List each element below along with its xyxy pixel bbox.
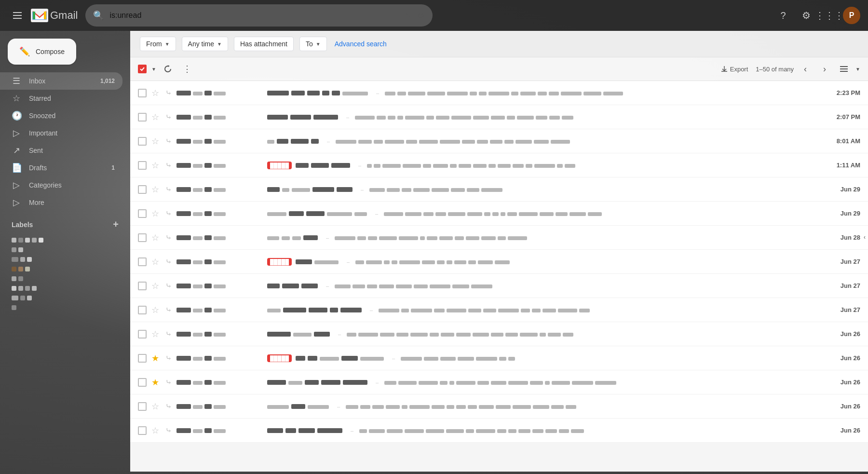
sidebar-item-inbox[interactable]: ☰ Inbox 1,012 xyxy=(0,72,122,90)
email-row[interactable]: ☆ ⤷ – Jun 26 xyxy=(130,419,868,443)
star-icon[interactable]: ☆ xyxy=(150,401,160,412)
email-row[interactable]: ★ ⤷ █████ – Jun 26 xyxy=(130,346,868,370)
star-icon[interactable]: ☆ xyxy=(150,232,160,243)
forward-icon[interactable]: ⤷ xyxy=(164,209,173,218)
email-row[interactable]: ☆ ⤷ – Jun 27 xyxy=(130,298,868,322)
forward-icon[interactable]: ⤷ xyxy=(164,353,173,363)
export-button[interactable]: Export xyxy=(717,63,752,75)
star-icon[interactable]: ☆ xyxy=(150,425,160,436)
email-row[interactable]: ☆ ⤷ – Jun 26 xyxy=(130,322,868,346)
email-checkbox[interactable] xyxy=(138,185,147,194)
email-checkbox[interactable] xyxy=(138,402,147,411)
density-dropdown[interactable]: ▼ xyxy=(855,67,860,72)
search-clear-icon[interactable]: ✕ xyxy=(405,11,411,20)
star-icon[interactable]: ☆ xyxy=(150,88,160,98)
email-checkbox[interactable] xyxy=(138,89,147,97)
forward-icon[interactable]: ⤷ xyxy=(164,426,173,435)
apps-icon[interactable]: ⋮⋮⋮ xyxy=(820,6,839,25)
label-item-6[interactable] xyxy=(8,284,122,293)
label-item-1[interactable] xyxy=(8,236,122,244)
forward-icon[interactable]: ⤷ xyxy=(164,329,173,339)
forward-icon[interactable]: ⤷ xyxy=(164,112,173,122)
label-item-4[interactable] xyxy=(8,265,122,273)
forward-icon[interactable]: ⤷ xyxy=(164,402,173,411)
next-page-button[interactable]: › xyxy=(817,61,832,77)
star-icon[interactable]: ☆ xyxy=(150,257,160,267)
forward-icon[interactable]: ⤷ xyxy=(164,185,173,194)
email-checkbox[interactable] xyxy=(138,209,147,218)
email-row[interactable]: ☆ ⤷ – 8:01 AM xyxy=(130,129,868,153)
search-input[interactable] xyxy=(109,11,399,20)
sidebar-item-important[interactable]: ▷ Important xyxy=(0,124,122,142)
email-checkbox[interactable] xyxy=(138,306,147,314)
star-icon[interactable]: ☆ xyxy=(150,281,160,291)
label-item-8[interactable] xyxy=(8,303,122,312)
forward-icon[interactable]: ⤷ xyxy=(164,257,173,266)
label-item-2[interactable] xyxy=(8,245,122,254)
to-filter-button[interactable]: To ▼ xyxy=(299,37,327,51)
email-checkbox[interactable] xyxy=(138,330,147,339)
has-attachment-filter-button[interactable]: Has attachment xyxy=(234,37,294,51)
avatar[interactable]: P xyxy=(843,7,860,24)
email-checkbox[interactable] xyxy=(138,378,147,387)
forward-icon[interactable]: ⤷ xyxy=(164,161,173,170)
forward-icon[interactable]: ⤷ xyxy=(164,378,173,387)
star-icon[interactable]: ★ xyxy=(150,353,160,364)
prev-page-button[interactable]: ‹ xyxy=(798,61,813,77)
forward-icon[interactable]: ⤷ xyxy=(164,305,173,314)
star-icon[interactable]: ☆ xyxy=(150,184,160,195)
help-icon[interactable]: ? xyxy=(773,6,793,25)
forward-icon[interactable]: ⤷ xyxy=(164,88,173,97)
forward-icon[interactable]: ⤷ xyxy=(164,233,173,242)
sidebar-item-more[interactable]: ▷ More xyxy=(0,194,122,211)
email-checkbox[interactable] xyxy=(138,233,147,242)
label-item-3[interactable] xyxy=(8,255,122,264)
refresh-button[interactable] xyxy=(160,61,176,77)
compose-button[interactable]: ✏️ Compose xyxy=(8,39,76,65)
sidebar-item-categories[interactable]: ▷ Categories xyxy=(0,176,122,194)
star-icon[interactable]: ☆ xyxy=(150,160,160,171)
star-icon[interactable]: ★ xyxy=(150,377,160,388)
star-icon[interactable]: ☆ xyxy=(150,112,160,122)
email-row[interactable]: ☆ ⤷ – 2:23 PM xyxy=(130,81,868,105)
email-row[interactable]: ☆ ⤷ – Jun 29 xyxy=(130,177,868,202)
sidebar-item-snoozed[interactable]: 🕐 Snoozed xyxy=(0,107,122,124)
more-options-button[interactable]: ⋮ xyxy=(179,61,195,77)
email-row[interactable]: ☆ ⤷ – Jun 29 xyxy=(130,202,868,226)
label-item-7[interactable] xyxy=(8,294,122,302)
sidebar-item-starred[interactable]: ☆ Starred xyxy=(0,90,122,107)
email-row[interactable]: ☆ ⤷ – Jun 27 xyxy=(130,274,868,298)
forward-icon[interactable]: ⤷ xyxy=(164,136,173,146)
email-checkbox[interactable] xyxy=(138,257,147,266)
email-row[interactable]: ☆ ⤷ █████ – 1:11 AM xyxy=(130,153,868,177)
settings-icon[interactable]: ⚙ xyxy=(797,6,816,25)
star-icon[interactable]: ☆ xyxy=(150,305,160,315)
email-row[interactable]: ☆ ⤷ – Jun 28 xyxy=(130,226,868,250)
email-checkbox[interactable] xyxy=(138,426,147,435)
email-checkbox[interactable] xyxy=(138,161,147,170)
select-all-dropdown[interactable]: ▼ xyxy=(151,67,156,72)
label-item-5[interactable] xyxy=(8,274,122,283)
add-label-button[interactable]: + xyxy=(113,219,119,230)
email-row[interactable]: ☆ ⤷ – 2:07 PM xyxy=(130,105,868,129)
search-filter-icon[interactable]: ⚙ xyxy=(417,10,425,21)
right-panel-toggle[interactable]: ‹ xyxy=(861,226,868,249)
email-checkbox[interactable] xyxy=(138,137,147,146)
email-checkbox[interactable] xyxy=(138,282,147,290)
email-checkbox[interactable] xyxy=(138,113,147,122)
density-settings-button[interactable] xyxy=(836,61,852,77)
select-all-checkbox[interactable] xyxy=(138,65,147,73)
star-icon[interactable]: ☆ xyxy=(150,329,160,339)
from-filter-button[interactable]: From ▼ xyxy=(140,37,176,51)
email-row[interactable]: ☆ ⤷ █████ – Jun 27 xyxy=(130,250,868,274)
email-row[interactable]: ☆ ⤷ – Jun 26 xyxy=(130,394,868,419)
forward-icon[interactable]: ⤷ xyxy=(164,281,173,290)
star-icon[interactable]: ☆ xyxy=(150,208,160,219)
email-checkbox[interactable] xyxy=(138,354,147,363)
advanced-search-link[interactable]: Advanced search xyxy=(335,40,387,48)
menu-icon[interactable] xyxy=(8,6,27,25)
email-row[interactable]: ★ ⤷ – Jun 26 xyxy=(130,370,868,394)
sidebar-item-sent[interactable]: ↗ Sent xyxy=(0,142,122,159)
sidebar-item-drafts[interactable]: 📄 Drafts 1 xyxy=(0,159,122,176)
anytime-filter-button[interactable]: Any time ▼ xyxy=(182,37,228,51)
